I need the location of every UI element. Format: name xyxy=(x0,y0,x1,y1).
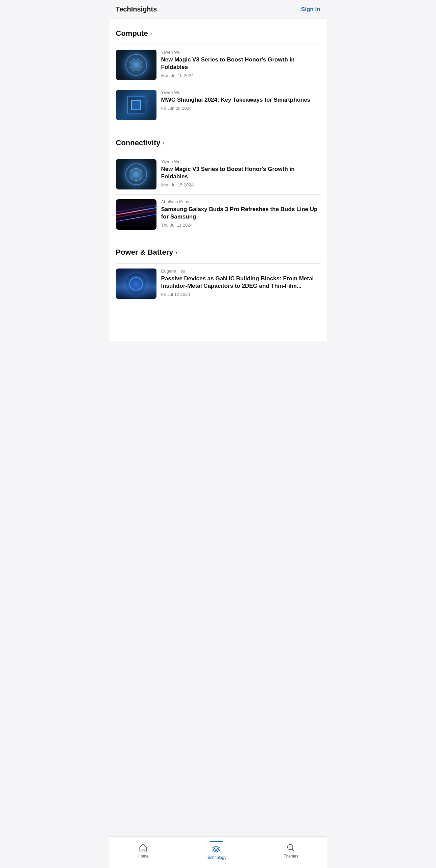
article-date: Mon Jul 15 2024 xyxy=(161,182,320,187)
article-content: Yiwen Wu New Magic V3 Series to Boost Ho… xyxy=(161,159,320,187)
list-item[interactable]: Yiwen Wu New Magic V3 Series to Boost Ho… xyxy=(116,154,320,194)
article-author: Yiwen Wu xyxy=(161,50,320,55)
nav-item-technology[interactable]: Technology xyxy=(199,840,233,861)
section-power-battery-header[interactable]: Power & Battery › xyxy=(116,248,320,257)
article-date: Mon Jul 15 2024 xyxy=(161,73,320,78)
section-connectivity-title: Connectivity xyxy=(116,138,161,147)
bottom-nav: Home Technology xyxy=(109,836,327,868)
article-date: Thu Jul 11 2024 xyxy=(161,223,320,228)
article-author: Yiwen Wu xyxy=(161,90,320,95)
section-connectivity-header[interactable]: Connectivity › xyxy=(116,138,320,147)
article-author: Yiwen Wu xyxy=(161,159,320,164)
section-connectivity-chevron: › xyxy=(163,139,165,147)
article-date: Fri Jul 12 2024 xyxy=(161,292,320,297)
article-title: MWC Shanghai 2024: Key Takeaways for Sma… xyxy=(161,96,320,104)
article-thumbnail xyxy=(116,269,156,299)
main-content: Compute › Yiwen Wu New Magic V3 Series t… xyxy=(109,19,327,341)
themes-icon xyxy=(286,843,296,852)
article-title: New Magic V3 Series to Boost Honor's Gro… xyxy=(161,165,320,180)
section-compute: Compute › Yiwen Wu New Magic V3 Series t… xyxy=(116,19,320,128)
section-compute-chevron: › xyxy=(150,30,152,37)
article-title: Samsung Galaxy Buds 3 Pro Refreshes the … xyxy=(161,206,320,221)
nav-item-themes[interactable]: Themes xyxy=(277,842,305,860)
list-item[interactable]: Abhilash Kumar Samsung Galaxy Buds 3 Pro… xyxy=(116,194,320,234)
article-author: Eugene Hsu xyxy=(161,269,320,274)
article-content: Eugene Hsu Passive Devices as GaN IC Bui… xyxy=(161,269,320,297)
section-power-battery-title: Power & Battery xyxy=(116,248,173,257)
section-compute-header[interactable]: Compute › xyxy=(116,29,320,38)
list-item[interactable]: Yiwen Wu New Magic V3 Series to Boost Ho… xyxy=(116,45,320,85)
article-title: Passive Devices as GaN IC Building Block… xyxy=(161,275,320,290)
article-content: Yiwen Wu New Magic V3 Series to Boost Ho… xyxy=(161,50,320,78)
nav-label-home: Home xyxy=(138,854,148,859)
article-title: New Magic V3 Series to Boost Honor's Gro… xyxy=(161,56,320,71)
article-content: Yiwen Wu MWC Shanghai 2024: Key Takeaway… xyxy=(161,90,320,111)
section-connectivity: Connectivity › Yiwen Wu New Magic V3 Ser… xyxy=(116,128,320,238)
article-thumbnail xyxy=(116,50,156,80)
svg-line-1 xyxy=(292,849,294,851)
signin-button[interactable]: Sign In xyxy=(301,6,320,13)
list-item[interactable]: Yiwen Wu MWC Shanghai 2024: Key Takeaway… xyxy=(116,85,320,125)
article-author: Abhilash Kumar xyxy=(161,199,320,204)
nav-active-indicator xyxy=(209,841,223,842)
section-power-battery-chevron: › xyxy=(175,249,177,256)
nav-label-themes: Themes xyxy=(284,854,298,859)
nav-label-technology: Technology xyxy=(206,855,226,860)
home-icon xyxy=(138,843,148,852)
header: TechInsights Sign In xyxy=(109,0,327,19)
article-content: Abhilash Kumar Samsung Galaxy Buds 3 Pro… xyxy=(161,199,320,228)
list-item[interactable]: Eugene Hsu Passive Devices as GaN IC Bui… xyxy=(116,263,320,304)
nav-item-home[interactable]: Home xyxy=(131,842,155,860)
article-thumbnail xyxy=(116,90,156,120)
technology-icon xyxy=(211,844,221,854)
article-thumbnail xyxy=(116,159,156,189)
section-power-battery: Power & Battery › Eugene Hsu Passive Dev… xyxy=(116,238,320,307)
article-thumbnail xyxy=(116,199,156,230)
article-date: Fri Jun 28 2024 xyxy=(161,106,320,111)
section-compute-title: Compute xyxy=(116,29,148,38)
logo: TechInsights xyxy=(116,5,157,13)
